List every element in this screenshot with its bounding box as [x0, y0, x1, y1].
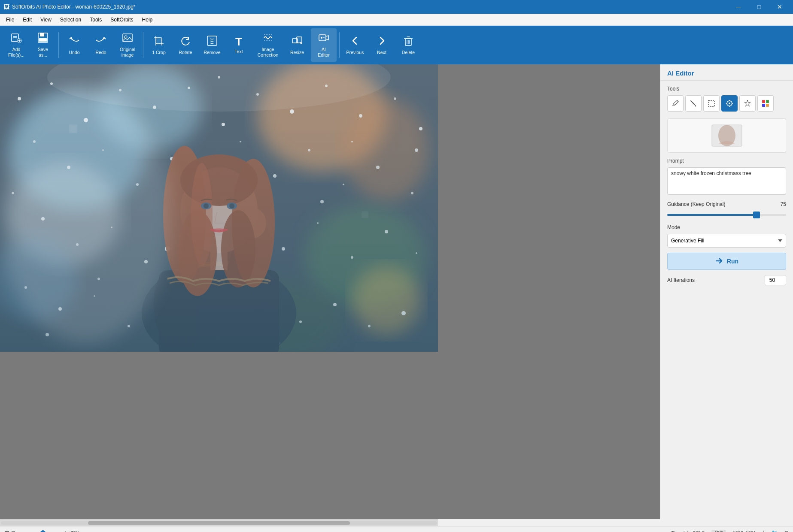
toolbar-add-label: Add File(s)... [8, 47, 24, 57]
title-bar-left: 🖼 SoftOrbits AI Photo Editor - woman-600… [3, 3, 136, 10]
svg-rect-15 [156, 38, 162, 44]
zoom-out-button[interactable]: − [17, 529, 24, 532]
tools-row [667, 95, 786, 112]
settings-icon[interactable]: ⚙ [784, 530, 789, 532]
time-display: Time (s): 280.8 [671, 530, 705, 532]
time-value: 280.8 [693, 530, 705, 532]
prompt-input[interactable] [667, 167, 786, 195]
mode-label: Mode [667, 224, 786, 230]
guidance-section: Guidance (Keep Original) 75 [660, 201, 793, 224]
zoom-fit-icon[interactable]: ⊞ [4, 529, 9, 532]
title-bar-controls: ─ □ ✕ [729, 0, 790, 14]
close-button[interactable]: ✕ [770, 0, 790, 14]
image-correction-icon [262, 32, 273, 45]
minimize-button[interactable]: ─ [729, 0, 748, 14]
toolbar-divider-3 [339, 32, 340, 58]
svg-rect-8 [39, 38, 47, 42]
status-left: ⊞ ⊡ − + 73% [4, 529, 86, 532]
zoom-in-button[interactable]: + [62, 529, 69, 532]
dimensions-display: 1920x1281 [733, 530, 756, 532]
toolbar-original-label: Original image [120, 47, 135, 57]
toolbar-resize[interactable]: Resize [284, 28, 310, 62]
horizontal-scrollbar[interactable] [0, 519, 438, 526]
guidance-slider-fill [667, 214, 757, 216]
toolbar-original[interactable]: Original image [115, 28, 140, 62]
iterations-label: AI Iterations [667, 277, 695, 283]
guidance-slider-track [667, 214, 786, 216]
toolbar-redo[interactable]: Redo [88, 28, 114, 62]
toolbar-delete[interactable]: Delete [395, 28, 421, 62]
toolbar-ai-editor-label: AI Editor [318, 47, 329, 57]
menu-bar: File Edit View Selection Tools SoftOrbit… [0, 14, 793, 26]
save-icon [37, 32, 49, 45]
toolbar-text-label: Text [234, 49, 243, 54]
menu-softorbits[interactable]: SoftOrbits [106, 15, 137, 24]
menu-edit[interactable]: Edit [18, 15, 36, 24]
info-icon[interactable]: ℹ [763, 530, 765, 532]
iterations-input[interactable] [765, 275, 786, 285]
menu-view[interactable]: View [36, 15, 56, 24]
menu-help[interactable]: Help [138, 15, 157, 24]
guidance-header: Guidance (Keep Original) 75 [667, 201, 786, 207]
scrollbar-thumb[interactable] [88, 521, 350, 525]
toolbar-previous[interactable]: Previous [342, 28, 368, 62]
tool-pencil[interactable] [667, 95, 684, 112]
canvas-area[interactable] [0, 64, 660, 519]
scrollbar-track [1, 521, 437, 525]
right-panel: AI Editor Tools [660, 64, 793, 519]
toolbar-text[interactable]: T Text [226, 28, 252, 62]
photo-canvas [0, 64, 438, 352]
toolbar-image-correction[interactable]: Image Correction [252, 28, 283, 62]
delete-icon [403, 35, 414, 48]
menu-selection[interactable]: Selection [56, 15, 85, 24]
tools-section: Tools [660, 81, 793, 118]
toolbar-next[interactable]: Next [369, 28, 395, 62]
toolbar-rotate[interactable]: Rotate [173, 28, 198, 62]
svg-rect-131 [766, 100, 769, 103]
time-label: Time (s): [671, 530, 690, 532]
menu-tools[interactable]: Tools [85, 15, 106, 24]
menu-file[interactable]: File [2, 15, 18, 24]
guidance-label: Guidance (Keep Original) [667, 201, 725, 207]
toolbar-ai-editor[interactable]: AI Editor [311, 28, 337, 62]
tool-brush[interactable] [685, 95, 702, 112]
svg-point-10 [125, 36, 127, 38]
window-title: SoftOrbits AI Photo Editor - woman-60022… [12, 4, 136, 10]
toolbar: Add File(s)... Save as... Undo R [0, 26, 793, 64]
guidance-slider-container[interactable] [667, 211, 786, 219]
redo-icon [95, 35, 106, 48]
svg-point-125 [729, 103, 730, 104]
tools-label: Tools [667, 86, 786, 92]
run-button[interactable]: Run [667, 253, 786, 270]
status-right: Time (s): 280.8 JPG 1920x1281 ℹ 🐦 ⚙ [671, 530, 789, 532]
zoom-thumb[interactable] [40, 530, 46, 532]
toolbar-previous-label: Previous [346, 50, 364, 55]
resize-icon [292, 35, 303, 48]
toolbar-crop[interactable]: 1 Crop [146, 28, 172, 62]
tool-star[interactable] [739, 95, 756, 112]
toolbar-next-label: Next [377, 50, 386, 55]
toolbar-add-files[interactable]: Add File(s)... [3, 28, 29, 62]
toolbar-save-as[interactable]: Save as... [30, 28, 56, 62]
tool-magic-wand[interactable] [721, 95, 738, 112]
prompt-label: Prompt [667, 158, 786, 164]
guidance-slider-thumb[interactable] [753, 212, 760, 218]
tool-rect-select[interactable] [703, 95, 720, 112]
text-icon: T [235, 36, 242, 47]
tool-color[interactable] [757, 95, 774, 112]
toolbar-undo-label: Undo [69, 50, 79, 55]
svg-rect-7 [40, 33, 44, 36]
maximize-button[interactable]: □ [749, 0, 769, 14]
toolbar-remove[interactable]: Remove [199, 28, 225, 62]
toolbar-redo-label: Redo [95, 50, 106, 55]
zoom-actual-icon[interactable]: ⊡ [11, 530, 15, 532]
mode-select[interactable]: Generative Fill Inpainting Outpainting [667, 234, 786, 248]
prompt-section: Prompt [660, 158, 793, 201]
share-icon[interactable]: 🐦 [772, 530, 778, 532]
toolbar-undo[interactable]: Undo [61, 28, 87, 62]
mode-section: Mode Generative Fill Inpainting Outpaint… [660, 224, 793, 253]
toolbar-rotate-label: Rotate [179, 50, 192, 55]
zoom-controls: ⊞ ⊡ − + 73% [4, 529, 86, 532]
svg-rect-130 [762, 100, 765, 103]
run-arrow-icon [715, 257, 723, 266]
